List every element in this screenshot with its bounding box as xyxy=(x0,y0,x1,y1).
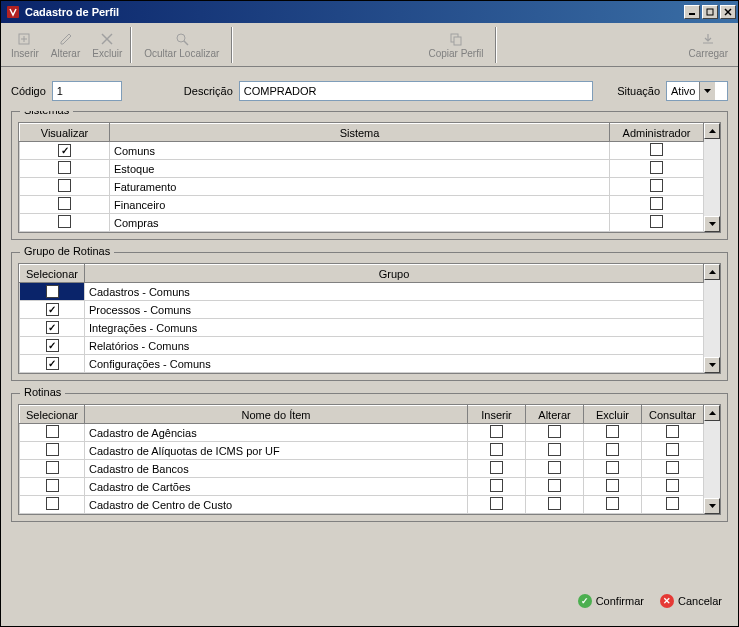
table-row[interactable]: Cadastros - Comuns xyxy=(20,283,704,301)
alterar-label: Alterar xyxy=(51,48,80,59)
checkbox[interactable] xyxy=(46,461,59,474)
inserir-button[interactable]: Inserir xyxy=(5,25,45,65)
checkbox[interactable] xyxy=(46,321,59,334)
situacao-select[interactable]: Ativo xyxy=(666,81,728,101)
checkbox[interactable] xyxy=(46,357,59,370)
checkbox[interactable] xyxy=(46,285,59,298)
close-button[interactable] xyxy=(720,5,736,19)
checkbox[interactable] xyxy=(666,497,679,510)
checkbox[interactable] xyxy=(548,443,561,456)
scrollbar[interactable] xyxy=(704,123,720,232)
table-row[interactable]: Cadastro de Bancos xyxy=(20,460,704,478)
checkbox[interactable] xyxy=(650,197,663,210)
scroll-up-icon[interactable] xyxy=(704,405,720,421)
scroll-track[interactable] xyxy=(704,280,720,357)
checkbox[interactable] xyxy=(666,479,679,492)
checkbox[interactable] xyxy=(490,425,503,438)
table-row[interactable]: Estoque xyxy=(20,160,704,178)
copiar-perfil-button[interactable]: Copiar Perfil xyxy=(418,25,493,65)
scrollbar[interactable] xyxy=(704,405,720,514)
col-selecionar[interactable]: Selecionar xyxy=(20,265,85,283)
window-buttons xyxy=(684,5,736,19)
checkbox[interactable] xyxy=(490,461,503,474)
checkbox[interactable] xyxy=(46,497,59,510)
checkbox[interactable] xyxy=(490,443,503,456)
col-visualizar[interactable]: Visualizar xyxy=(20,124,110,142)
window: Cadastro de Perfil Inserir Alterar Exclu… xyxy=(0,0,739,627)
checkbox[interactable] xyxy=(58,215,71,228)
alterar-button[interactable]: Alterar xyxy=(45,25,86,65)
checkbox[interactable] xyxy=(650,161,663,174)
checkbox[interactable] xyxy=(490,497,503,510)
checkbox[interactable] xyxy=(548,497,561,510)
col-excluir[interactable]: Excluir xyxy=(584,406,642,424)
codigo-label: Código xyxy=(11,85,46,97)
scroll-track[interactable] xyxy=(704,139,720,216)
checkbox[interactable] xyxy=(650,215,663,228)
scroll-down-icon[interactable] xyxy=(704,498,720,514)
table-row[interactable]: Compras xyxy=(20,214,704,232)
checkbox[interactable] xyxy=(46,339,59,352)
checkbox[interactable] xyxy=(490,479,503,492)
codigo-input[interactable] xyxy=(52,81,122,101)
table-row[interactable]: Relatórios - Comuns xyxy=(20,337,704,355)
scroll-up-icon[interactable] xyxy=(704,264,720,280)
col-alterar[interactable]: Alterar xyxy=(526,406,584,424)
table-row[interactable]: Integrações - Comuns xyxy=(20,319,704,337)
checkbox[interactable] xyxy=(58,197,71,210)
checkbox[interactable] xyxy=(650,143,663,156)
scrollbar[interactable] xyxy=(704,264,720,373)
checkbox[interactable] xyxy=(650,179,663,192)
checkbox[interactable] xyxy=(58,144,71,157)
checkbox[interactable] xyxy=(46,425,59,438)
col-consultar[interactable]: Consultar xyxy=(642,406,704,424)
scroll-track[interactable] xyxy=(704,421,720,498)
checkbox[interactable] xyxy=(666,443,679,456)
cancelar-button[interactable]: ✕ Cancelar xyxy=(660,594,722,608)
checkbox[interactable] xyxy=(58,161,71,174)
cell-nome: Cadastro de Agências xyxy=(85,424,468,442)
col-sistema[interactable]: Sistema xyxy=(110,124,610,142)
table-row[interactable]: Processos - Comuns xyxy=(20,301,704,319)
carregar-button[interactable]: Carregar xyxy=(683,25,734,65)
checkbox[interactable] xyxy=(666,425,679,438)
table-row[interactable]: Cadastro de Centro de Custo xyxy=(20,496,704,514)
table-row[interactable]: Financeiro xyxy=(20,196,704,214)
col-grupo[interactable]: Grupo xyxy=(85,265,704,283)
scroll-down-icon[interactable] xyxy=(704,357,720,373)
table-row[interactable]: Configurações - Comuns xyxy=(20,355,704,373)
checkbox[interactable] xyxy=(606,425,619,438)
scroll-up-icon[interactable] xyxy=(704,123,720,139)
table-row[interactable]: Cadastro de Cartões xyxy=(20,478,704,496)
table-row[interactable]: Cadastro de Agências xyxy=(20,424,704,442)
window-title: Cadastro de Perfil xyxy=(25,6,684,18)
cell-sistema: Estoque xyxy=(110,160,610,178)
checkbox[interactable] xyxy=(46,443,59,456)
checkbox[interactable] xyxy=(548,461,561,474)
table-row[interactable]: Comuns xyxy=(20,142,704,160)
maximize-button[interactable] xyxy=(702,5,718,19)
excluir-button[interactable]: Excluir xyxy=(86,25,128,65)
checkbox[interactable] xyxy=(46,303,59,316)
col-inserir[interactable]: Inserir xyxy=(468,406,526,424)
confirmar-button[interactable]: ✓ Confirmar xyxy=(578,594,644,608)
scroll-down-icon[interactable] xyxy=(704,216,720,232)
toolbar-separator xyxy=(495,27,497,63)
checkbox[interactable] xyxy=(58,179,71,192)
minimize-button[interactable] xyxy=(684,5,700,19)
checkbox[interactable] xyxy=(46,479,59,492)
checkbox[interactable] xyxy=(548,479,561,492)
ocultar-localizar-button[interactable]: Ocultar Localizar xyxy=(134,25,229,65)
checkbox[interactable] xyxy=(606,461,619,474)
checkbox[interactable] xyxy=(666,461,679,474)
checkbox[interactable] xyxy=(606,479,619,492)
checkbox[interactable] xyxy=(606,497,619,510)
checkbox[interactable] xyxy=(548,425,561,438)
table-row[interactable]: Cadastro de Alíquotas de ICMS por UF xyxy=(20,442,704,460)
col-nome[interactable]: Nome do Ítem xyxy=(85,406,468,424)
table-row[interactable]: Faturamento xyxy=(20,178,704,196)
col-selecionar[interactable]: Selecionar xyxy=(20,406,85,424)
col-administrador[interactable]: Administrador xyxy=(610,124,704,142)
checkbox[interactable] xyxy=(606,443,619,456)
descricao-input[interactable] xyxy=(239,81,593,101)
